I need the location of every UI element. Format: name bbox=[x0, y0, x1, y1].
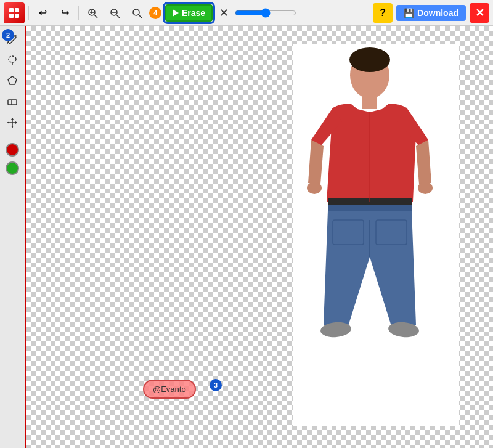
svg-marker-21 bbox=[11, 118, 14, 120]
svg-marker-23 bbox=[7, 121, 9, 124]
annotation-text: @Evanto bbox=[153, 385, 186, 394]
svg-marker-24 bbox=[15, 121, 17, 124]
svg-line-9 bbox=[116, 15, 120, 18]
svg-point-26 bbox=[349, 47, 390, 72]
zoom-fit-button[interactable] bbox=[127, 3, 147, 23]
play-icon bbox=[173, 9, 179, 17]
floppy-icon: 💾 bbox=[404, 8, 414, 18]
zoom-out-button[interactable] bbox=[105, 3, 124, 23]
svg-point-29 bbox=[418, 182, 433, 194]
brush-slider-container bbox=[235, 8, 296, 18]
close-erase-button[interactable]: ✕ bbox=[215, 4, 232, 22]
svg-rect-0 bbox=[9, 8, 14, 12]
move-tool-button[interactable] bbox=[3, 113, 22, 132]
svg-point-11 bbox=[133, 9, 139, 15]
svg-line-12 bbox=[139, 15, 142, 18]
svg-rect-27 bbox=[362, 96, 377, 109]
svg-line-13 bbox=[7, 42, 8, 44]
left-sidebar bbox=[0, 26, 26, 448]
svg-marker-16 bbox=[8, 76, 17, 84]
logo-button[interactable] bbox=[4, 2, 25, 23]
eraser-tool-button[interactable] bbox=[3, 92, 22, 111]
zoom-in-button[interactable] bbox=[83, 3, 102, 23]
toolbar: ↩ ↪ 4 Erase ✕ bbox=[0, 0, 493, 26]
close-app-button[interactable]: ✕ bbox=[470, 3, 489, 23]
download-button[interactable]: 💾 Download bbox=[396, 5, 466, 21]
svg-rect-17 bbox=[8, 100, 17, 105]
redo-button[interactable]: ↪ bbox=[55, 3, 75, 23]
lasso-tool-button[interactable] bbox=[3, 51, 22, 69]
color-green-picker[interactable] bbox=[6, 161, 19, 175]
svg-point-14 bbox=[9, 56, 16, 62]
separator-2 bbox=[78, 6, 79, 20]
svg-rect-2 bbox=[9, 14, 14, 18]
undo-button[interactable]: ↩ bbox=[33, 3, 52, 23]
annotation-label[interactable]: @Evanto bbox=[143, 380, 196, 399]
badge-4: 4 bbox=[149, 7, 161, 19]
close-x-icon: ✕ bbox=[219, 6, 229, 20]
help-button[interactable]: ? bbox=[373, 3, 393, 23]
badge-2: 2 bbox=[2, 29, 14, 41]
brush-size-slider[interactable] bbox=[235, 8, 296, 18]
person-figure bbox=[277, 41, 462, 442]
erase-label: Erase bbox=[182, 8, 205, 18]
svg-marker-22 bbox=[11, 126, 14, 128]
canvas-area: 3 @Evanto bbox=[26, 26, 493, 448]
svg-line-5 bbox=[94, 15, 97, 18]
separator-1 bbox=[28, 6, 29, 20]
erase-button[interactable]: Erase bbox=[165, 4, 213, 22]
svg-rect-1 bbox=[15, 8, 19, 12]
header-right: ? 💾 Download ✕ bbox=[373, 3, 489, 23]
help-icon: ? bbox=[380, 7, 386, 18]
svg-rect-3 bbox=[15, 14, 19, 18]
svg-point-28 bbox=[307, 182, 322, 194]
download-label: Download bbox=[417, 8, 458, 18]
close-red-icon: ✕ bbox=[475, 6, 484, 20]
badge-3: 3 bbox=[210, 379, 222, 391]
color-red-picker[interactable] bbox=[6, 143, 19, 157]
polygon-tool-button[interactable] bbox=[3, 71, 22, 90]
